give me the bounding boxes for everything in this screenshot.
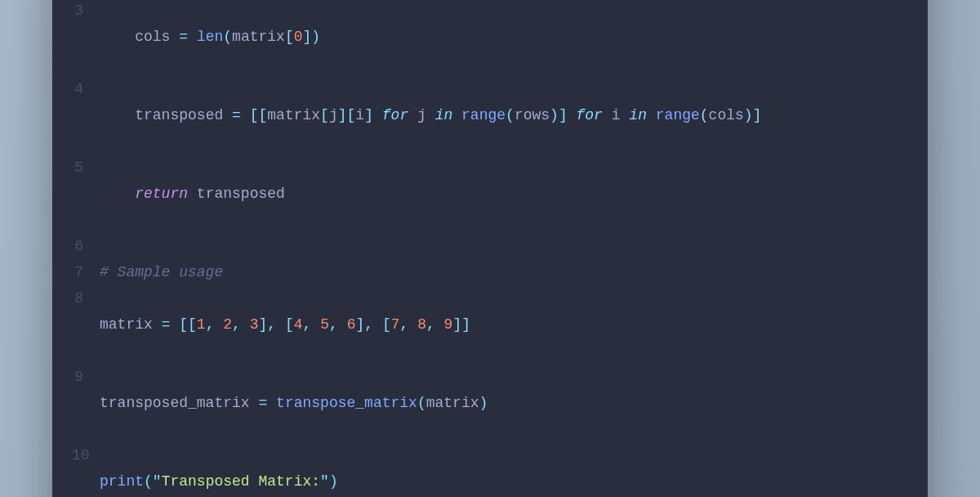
line-number: 3: [72, 0, 100, 76]
line-number: 7: [72, 259, 100, 285]
code-line: 7 # Sample usage: [72, 259, 908, 285]
line-number: 10: [72, 442, 100, 497]
line-number: 5: [72, 154, 100, 233]
code-line: 3 cols = len(matrix[0]): [72, 0, 908, 76]
code-window: 1 def transpose_matrix(matrix): 2 rows =…: [52, 0, 928, 497]
code-line: 9 transposed_matrix = transpose_matrix(m…: [72, 364, 908, 442]
code-line: 8 matrix = [[1, 2, 3], [4, 5, 6], [7, 8,…: [72, 285, 908, 364]
line-number: 4: [72, 76, 100, 154]
code-line: 10 print("Transposed Matrix:"): [72, 442, 908, 497]
line-number: 9: [72, 364, 100, 442]
line-number: 8: [72, 285, 100, 364]
line-number: 6: [72, 233, 100, 259]
code-line: 4 transposed = [[matrix[j][i] for j in r…: [72, 76, 908, 154]
code-line: 6: [72, 233, 908, 259]
code-line: 5 return transposed: [72, 154, 908, 233]
code-editor[interactable]: 1 def transpose_matrix(matrix): 2 rows =…: [52, 0, 928, 497]
